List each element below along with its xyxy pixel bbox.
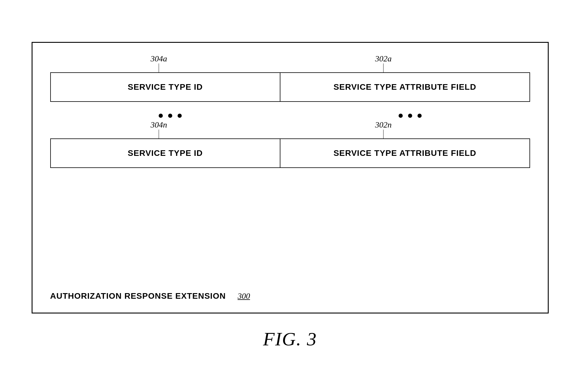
cell-attr-n: SERVICE TYPE ATTRIBUTE FIELD [280, 139, 529, 167]
cell-id-a: SERVICE TYPE ID [51, 73, 281, 101]
dot-left-1 [159, 114, 163, 118]
dot-left-3 [178, 114, 182, 118]
callout-302n-label: 302n [375, 120, 392, 130]
bottom-label-area: AUTHORIZATION RESPONSE EXTENSION 300 [33, 280, 548, 304]
dots-left [159, 114, 182, 118]
callout-304a: 304a [151, 54, 167, 72]
callout-304n: 304n [151, 120, 167, 138]
callout-302a-label: 302a [375, 54, 392, 63]
fig-label: FIG. 3 [263, 328, 317, 350]
page-container: 304a 302a SERVICE TYPE ID SERVICE TYPE A… [0, 0, 580, 392]
callout-row-a: 304a 302a [50, 55, 530, 72]
callout-304a-label: 304a [151, 54, 167, 63]
diagram-outer: 304a 302a SERVICE TYPE ID SERVICE TYPE A… [32, 42, 549, 313]
dots-right [399, 114, 422, 118]
callout-304n-label: 304n [151, 120, 167, 130]
callout-302n: 302n [375, 120, 392, 138]
dots-row [50, 102, 530, 121]
cell-attr-a: SERVICE TYPE ATTRIBUTE FIELD [280, 73, 529, 101]
callout-302a-line [383, 63, 384, 72]
authorization-num: 300 [238, 291, 250, 301]
field-row-a: SERVICE TYPE ID SERVICE TYPE ATTRIBUTE F… [50, 72, 530, 102]
authorization-label: AUTHORIZATION RESPONSE EXTENSION [50, 291, 226, 301]
cell-id-n: SERVICE TYPE ID [51, 139, 281, 167]
dot-right-1 [399, 114, 403, 118]
callout-302n-line [383, 130, 384, 138]
callout-304n-line [159, 130, 159, 138]
callout-304a-line [159, 63, 159, 72]
callout-302a: 302a [375, 54, 392, 72]
dot-left-2 [168, 114, 172, 118]
dot-right-3 [417, 114, 422, 118]
field-row-n: SERVICE TYPE ID SERVICE TYPE ATTRIBUTE F… [50, 138, 530, 168]
row-a-group: 304a 302a SERVICE TYPE ID SERVICE TYPE A… [50, 55, 530, 102]
row-n-group: 304n 302n SERVICE TYPE ID SERVICE TYPE A… [50, 121, 530, 168]
dot-right-2 [408, 114, 412, 118]
callout-row-n: 304n 302n [50, 121, 530, 138]
